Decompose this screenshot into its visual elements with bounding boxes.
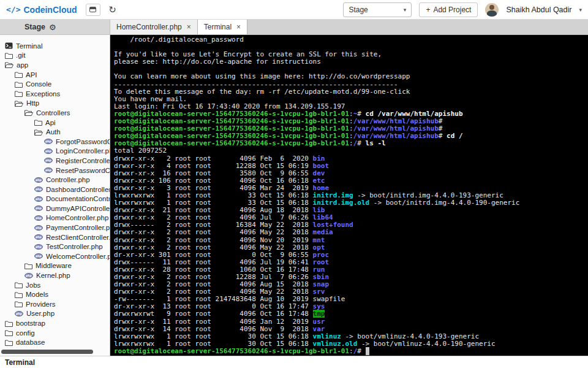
folder-open-icon (24, 109, 33, 116)
tree-item-label: LoginController.php (56, 147, 110, 155)
tree-item-logincontroller-php[interactable]: phpLoginController.php (0, 147, 110, 156)
tree-item-auth[interactable]: Auth (0, 127, 110, 137)
tree-item-label: Exceptions (26, 90, 60, 98)
terminal-line: please see: http://do.co/le-apache for i… (114, 58, 584, 66)
tree-item-label: Models (26, 291, 48, 298)
tab-close-icon[interactable]: × (236, 23, 241, 31)
tree-item-restclientcontroller-php[interactable]: phpRestClientController.php (0, 232, 110, 242)
add-project-label: Add Project (433, 6, 471, 14)
tree-item-jobs[interactable]: Jobs (0, 280, 110, 290)
tree-item-config[interactable]: config (0, 328, 110, 338)
tree-item-database[interactable]: database (0, 337, 110, 347)
tree-item-controllers[interactable]: Controllers (0, 108, 110, 118)
tree-item-resetpasswordcontroller-php[interactable]: phpResetPasswordController.php (0, 166, 110, 175)
tree-item-label: API (26, 71, 37, 79)
tree-item-documentationcontroller-php[interactable]: phpDocumentationController.php (0, 194, 110, 204)
app-logo[interactable]: </> CodeinCloud (6, 5, 77, 15)
terminal-icon (5, 42, 13, 49)
sidebar-header: Stage ⚙ (0, 20, 110, 35)
tree-item-label: app (17, 61, 28, 69)
tree-item-dummyapicontroller-php[interactable]: phpDummyAPIController.php (0, 204, 110, 213)
svg-text:php: php (36, 197, 42, 201)
tree-item-controller-php[interactable]: phpController.php (0, 175, 110, 185)
sidebar-title: Stage (24, 23, 45, 31)
tree-item-exceptions[interactable]: Exceptions (0, 89, 110, 99)
folder-icon (15, 81, 23, 88)
status-bar: Terminal (0, 356, 588, 368)
tree-item-label: DummyAPIController.php (46, 205, 110, 212)
gear-icon[interactable]: ⚙ (49, 23, 56, 32)
environment-select[interactable]: Stage ▾ (343, 2, 412, 17)
tree-item-kernel-php[interactable]: phpKernel.php (0, 270, 110, 280)
code-brackets-icon: </> (6, 5, 20, 14)
user-menu-chevron-icon[interactable]: ▾ (579, 7, 582, 13)
tree-item-testcontroller-php[interactable]: phpTestController.php (0, 242, 110, 251)
svg-text:php: php (26, 274, 32, 277)
tree-item-registercontroller-php[interactable]: phpRegisterController.php (0, 156, 110, 166)
topbar: </> CodeinCloud ↻ Stage ▾ + Add Project … (0, 0, 588, 20)
window-button[interactable] (86, 4, 100, 16)
refresh-button[interactable]: ↻ (105, 4, 120, 16)
tree-item-label: Controller.php (46, 176, 90, 183)
user-name[interactable]: Shaikh Abdul Qadir (506, 6, 571, 14)
tree-item-label: RegisterController.php (56, 157, 110, 164)
tree-item-label: WelcomeController.php (46, 253, 110, 260)
sidebar: Stage ⚙ Terminal.gitappAPIConsoleExcepti… (0, 20, 110, 356)
folder-icon (5, 339, 13, 346)
tree-item-middleware[interactable]: Middleware (0, 261, 110, 271)
tree-item-label: database (16, 339, 45, 346)
tree-item-http[interactable]: Http (0, 99, 110, 109)
folder-icon (15, 301, 23, 307)
tab-terminal[interactable]: Terminal× (198, 20, 247, 34)
svg-text:php: php (36, 245, 42, 248)
tree-item-api[interactable]: API (0, 70, 110, 80)
folder-icon (15, 291, 23, 298)
svg-text:php: php (36, 217, 42, 220)
tree-item-providers[interactable]: Providers (0, 299, 110, 309)
tree-item-console[interactable]: Console (0, 79, 110, 89)
tree-item-label: Controllers (36, 109, 70, 117)
php-icon: php (44, 167, 53, 173)
sidebar-hscrollbar[interactable] (1, 350, 93, 354)
tree-item-user-php[interactable]: phpUser.php (0, 309, 110, 319)
tree-item-dashboardcontroller-php[interactable]: phpDashboardController.php (0, 185, 110, 194)
folder-open-icon (15, 100, 23, 107)
folder-icon (15, 90, 23, 97)
php-icon: php (34, 205, 43, 211)
tree-item-label: PaymentController.php (46, 224, 110, 231)
tree-item-label: RestClientController.php (46, 234, 110, 241)
tree-item-label: HomeController.php (46, 214, 108, 221)
svg-text:php: php (36, 226, 42, 229)
tree-item-welcomecontroller-php[interactable]: phpWelcomeController.php (0, 251, 110, 261)
tree-item-label: Terminal (16, 42, 42, 50)
tree-item-homecontroller-php[interactable]: phpHomeController.php (0, 213, 110, 223)
php-icon: php (44, 139, 53, 144)
tree-item-forgotpasswordcontroller-php[interactable]: phpForgotPasswordController.php (0, 137, 110, 147)
folder-icon (5, 329, 13, 336)
tab-close-icon[interactable]: × (187, 23, 191, 31)
tree-item-label: Middleware (36, 262, 72, 269)
svg-text:php: php (45, 140, 52, 143)
chevron-down-icon: ▾ (404, 7, 407, 13)
terminal-output[interactable]: /root/.digitalocean_password If you'd li… (110, 35, 588, 356)
folder-icon (5, 52, 13, 59)
tree-item-app[interactable]: app (0, 60, 110, 70)
svg-text:php: php (45, 159, 52, 163)
tree-item-label: Kernel.php (36, 272, 70, 279)
tree-item-label: Jobs (26, 282, 40, 289)
tree-item-api[interactable]: Api (0, 118, 110, 128)
tree-item-terminal[interactable]: Terminal (0, 41, 110, 51)
refresh-icon: ↻ (108, 4, 116, 15)
tree-item-label: Api (45, 119, 56, 126)
add-project-button[interactable]: + Add Project (419, 2, 478, 17)
tab-homecontroller-php[interactable]: HomeController.php× (110, 20, 198, 34)
terminal-line: root@digitalocean-server-1564775360246-s… (114, 140, 584, 147)
tree-item-label: ResetPasswordController.php (56, 167, 110, 174)
svg-text:php: php (36, 207, 42, 210)
tree-item-git[interactable]: .git (0, 51, 110, 61)
user-avatar[interactable] (485, 3, 499, 17)
tree-item-models[interactable]: Models (0, 289, 110, 299)
tree-item-paymentcontroller-php[interactable]: phpPaymentController.php (0, 223, 110, 232)
tree-item-bootstrap[interactable]: bootstrap (0, 318, 110, 328)
folder-open-icon (5, 61, 13, 68)
